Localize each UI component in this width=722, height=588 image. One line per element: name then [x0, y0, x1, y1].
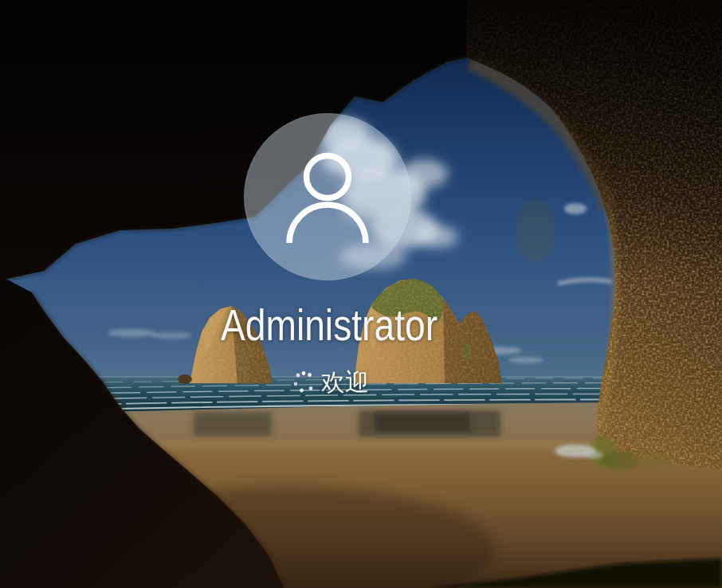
welcome-text: 欢迎 — [321, 369, 369, 396]
user-avatar[interactable] — [244, 113, 411, 280]
wallpaper-beach-cave — [0, 0, 722, 588]
sign-in-screen: Administrator 欢迎 — [0, 0, 722, 588]
username-label: Administrator — [53, 304, 606, 350]
person-silhouette-icon — [244, 113, 411, 280]
loading-spinner-icon — [289, 367, 316, 394]
